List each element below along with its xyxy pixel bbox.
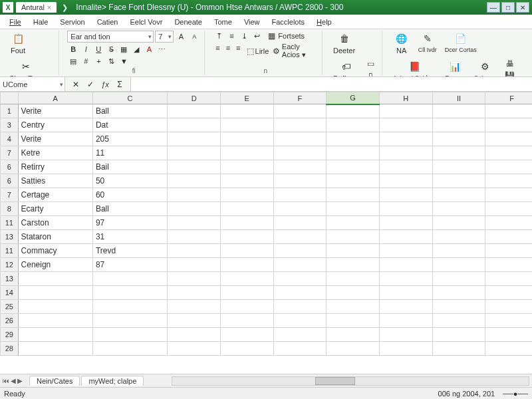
menu-file[interactable]: File xyxy=(4,16,27,28)
cell[interactable] xyxy=(327,272,380,286)
col-header[interactable]: G xyxy=(327,92,380,104)
cell[interactable] xyxy=(18,300,92,314)
align-center-icon[interactable]: ≡ xyxy=(223,43,233,53)
cell[interactable] xyxy=(432,188,485,202)
row-header[interactable]: 4 xyxy=(1,132,19,146)
cell[interactable] xyxy=(168,188,221,202)
row-header[interactable]: 11 xyxy=(1,216,19,230)
cell[interactable] xyxy=(92,342,167,356)
cell[interactable] xyxy=(168,272,221,286)
cell[interactable] xyxy=(168,244,221,258)
cell[interactable] xyxy=(327,104,380,118)
row-header[interactable]: 14 xyxy=(1,286,19,300)
cell[interactable] xyxy=(379,118,432,132)
paste-button[interactable]: 📋Fout xyxy=(7,31,29,56)
secondary-tab-icon[interactable]: ❯ xyxy=(59,3,70,12)
name-box[interactable]: UCome xyxy=(0,77,65,91)
cell[interactable] xyxy=(168,146,221,160)
cell[interactable] xyxy=(168,104,221,118)
row-header[interactable]: 13 xyxy=(1,230,19,244)
cell[interactable] xyxy=(485,118,532,132)
cell[interactable] xyxy=(273,104,327,118)
cell[interactable] xyxy=(92,328,167,342)
col-header[interactable]: E xyxy=(220,92,273,104)
cell[interactable]: Centry xyxy=(18,118,92,132)
font-size-combo[interactable]: 7 xyxy=(155,31,174,43)
cell[interactable] xyxy=(220,132,273,146)
cell[interactable] xyxy=(273,188,327,202)
cell[interactable] xyxy=(220,118,273,132)
menu-deneate[interactable]: Deneate xyxy=(169,16,207,28)
underline-icon[interactable]: U xyxy=(92,44,104,55)
cell[interactable] xyxy=(432,272,485,286)
align-top-icon[interactable]: ⤒ xyxy=(213,31,225,41)
cell[interactable] xyxy=(220,104,273,118)
menu-servion[interactable]: Servion xyxy=(55,16,90,28)
zoom-slider-icon[interactable]: ──●── xyxy=(503,390,528,398)
fortsets-button[interactable]: ▦Fortsets xyxy=(263,31,307,41)
bold-icon[interactable]: B xyxy=(67,44,79,55)
cell[interactable]: Dat xyxy=(92,118,167,132)
cell[interactable] xyxy=(168,342,221,356)
row-header[interactable]: 11 xyxy=(1,244,19,258)
cell[interactable] xyxy=(273,216,327,230)
cell[interactable] xyxy=(432,132,485,146)
cell[interactable] xyxy=(432,230,485,244)
cell[interactable] xyxy=(432,328,485,342)
row-header[interactable]: 7 xyxy=(1,188,19,202)
horizontal-scrollbar[interactable] xyxy=(172,376,529,386)
cell[interactable] xyxy=(327,174,380,188)
cell[interactable] xyxy=(327,160,380,174)
align-middle-icon[interactable]: ≡ xyxy=(225,31,237,41)
cell[interactable] xyxy=(379,104,432,118)
row-header[interactable]: 6 xyxy=(1,174,19,188)
cell[interactable] xyxy=(273,202,327,216)
spreadsheet-grid[interactable]: A C D E F G H II F 1VeriteBall3CentryDat… xyxy=(0,92,532,374)
cell-style-icon[interactable]: ▤ xyxy=(67,56,79,66)
col-icon[interactable]: ▯ xyxy=(365,70,376,77)
maximize-button[interactable]: □ xyxy=(501,2,515,13)
cell[interactable]: Ecarty xyxy=(18,202,92,216)
row-header[interactable]: 29 xyxy=(1,328,19,342)
sicer-button[interactable]: ✂Sicer Trp▾ xyxy=(7,59,45,77)
cell[interactable] xyxy=(220,342,273,356)
cell[interactable]: Ball xyxy=(92,104,167,118)
border-icon[interactable]: ▦ xyxy=(118,44,130,55)
cell[interactable] xyxy=(432,300,485,314)
cancel-icon[interactable]: ✕ xyxy=(70,79,81,90)
cell[interactable]: Satties xyxy=(18,174,92,188)
menu-catien[interactable]: Catien xyxy=(92,16,124,28)
cell[interactable] xyxy=(220,230,273,244)
cell[interactable] xyxy=(220,160,273,174)
row-header[interactable]: 7 xyxy=(1,146,19,160)
fx-icon[interactable]: ƒx xyxy=(100,79,110,90)
cell[interactable] xyxy=(168,174,221,188)
align-bottom-icon[interactable]: ⤓ xyxy=(238,31,250,41)
cell[interactable] xyxy=(485,342,532,356)
cell[interactable] xyxy=(327,146,380,160)
row-header[interactable]: 25 xyxy=(1,300,19,314)
cell[interactable] xyxy=(273,342,327,356)
scrollbar-thumb[interactable] xyxy=(315,377,355,385)
cell[interactable] xyxy=(432,342,485,356)
cell[interactable] xyxy=(432,244,485,258)
cell[interactable] xyxy=(485,314,532,328)
cell[interactable] xyxy=(327,230,380,244)
cell[interactable] xyxy=(92,272,167,286)
cell[interactable] xyxy=(379,258,432,272)
cell[interactable] xyxy=(485,286,532,300)
ropm-button[interactable]: 📊Ropm ▾ xyxy=(442,59,469,77)
col-header[interactable]: H xyxy=(379,92,432,104)
cell[interactable] xyxy=(432,314,485,328)
cell[interactable] xyxy=(220,258,273,272)
row-header[interactable]: 26 xyxy=(1,314,19,328)
sort-icon[interactable]: ⇅ xyxy=(105,56,117,66)
more-font-icon[interactable]: ⋯ xyxy=(156,44,168,55)
cell[interactable] xyxy=(168,286,221,300)
cell[interactable] xyxy=(18,314,92,328)
cell[interactable]: Certage xyxy=(18,188,92,202)
cell[interactable] xyxy=(485,160,532,174)
cell[interactable] xyxy=(379,160,432,174)
cell[interactable] xyxy=(92,300,167,314)
cell[interactable] xyxy=(168,314,221,328)
